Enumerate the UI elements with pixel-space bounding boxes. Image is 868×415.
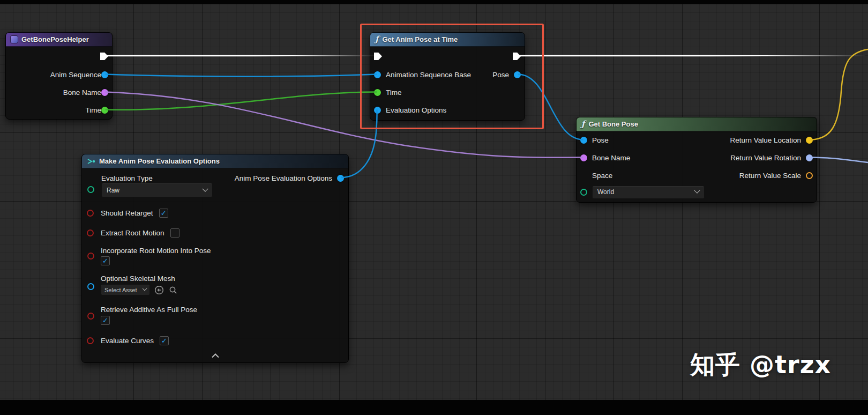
pin-row: Space Return Value Scale [577, 167, 817, 184]
pin-label: Incorporate Root Motion Into Pose [101, 247, 211, 255]
pin-anim-pose-evaluation-options-out[interactable] [337, 175, 344, 182]
letterbox-top [0, 0, 868, 4]
pin-label: Time [386, 88, 402, 97]
node-title: Get Bone Pose [588, 120, 638, 128]
node-getboneposehelper[interactable]: GetBonePoseHelper Anim Sequence Bone Nam… [5, 32, 113, 120]
pin-time[interactable] [101, 107, 108, 114]
pin-should-retarget[interactable] [87, 210, 94, 217]
pin-animation-sequence-base[interactable] [374, 71, 381, 78]
pin-label: Anim Sequence [50, 71, 101, 79]
pin-label: Time [86, 106, 102, 114]
pin-row: Bone Name Return Value Rotation [577, 149, 817, 167]
pin-label: Evaluate Curves [101, 337, 154, 345]
pin-incorporate-root-motion[interactable] [87, 253, 94, 260]
pin-row: Extract Root Motion [87, 224, 179, 241]
collapsed-graph-icon [11, 36, 18, 43]
node-header[interactable]: ƒ Get Anim Pose at Time [370, 33, 525, 47]
pin-row: Should Retarget [87, 204, 168, 221]
function-icon: ƒ [375, 35, 378, 43]
pin-row [370, 47, 525, 66]
pin-label: Extract Root Motion [101, 229, 164, 237]
pin-bone-name-in[interactable] [580, 154, 587, 161]
pin-evaluation-options[interactable] [374, 107, 381, 114]
node-header[interactable]: GetBonePoseHelper [6, 33, 112, 47]
exec-out-pin[interactable] [100, 53, 108, 60]
pin-return-value-rotation[interactable] [806, 154, 813, 161]
pin-pose-in[interactable] [580, 137, 587, 144]
evaluate-curves-checkbox[interactable] [160, 336, 169, 345]
node-header[interactable]: ƒ Get Bone Pose [577, 117, 817, 131]
node-get-anim-pose-at-time[interactable]: ƒ Get Anim Pose at Time Animation Sequen… [370, 32, 525, 121]
pin-row [6, 47, 112, 66]
pin-row: Anim Sequence [6, 66, 112, 84]
letterbox-bottom [0, 400, 868, 415]
node-title: Get Anim Pose at Time [382, 35, 458, 43]
pin-pose-out[interactable] [514, 71, 521, 78]
node-make-anim-pose-evaluation-options[interactable]: Make Anim Pose Evaluation Options Evalua… [81, 154, 349, 363]
extract-root-motion-checkbox[interactable] [170, 228, 179, 238]
should-retarget-checkbox[interactable] [159, 209, 168, 218]
pin-label: Retrieve Additive As Full Pose [101, 306, 197, 314]
pin-row: Bone Name [6, 84, 112, 101]
pin-row: Animation Sequence Base Pose [370, 66, 525, 84]
pin-label: Return Value Location [730, 136, 801, 144]
node-header[interactable]: Make Anim Pose Evaluation Options [82, 154, 348, 168]
pin-label: Return Value Scale [739, 172, 801, 180]
make-struct-icon [87, 158, 95, 165]
pin-label: Pose [492, 71, 509, 79]
pin-space[interactable] [580, 189, 587, 196]
pin-evaluation-type[interactable] [87, 186, 94, 193]
node-title: Make Anim Pose Evaluation Options [99, 157, 220, 165]
pin-optional-skeletal-mesh[interactable] [87, 283, 94, 290]
watermark-text: 知乎 @trzx [690, 349, 831, 382]
pin-row: Time [6, 101, 112, 119]
pin-anim-sequence[interactable] [101, 71, 108, 78]
pin-label: Anim Pose Evaluation Options [235, 174, 332, 182]
pin-label: Optional Skeletal Mesh [101, 275, 175, 283]
pin-label: Return Value Rotation [730, 154, 801, 162]
pin-label: Pose [592, 136, 609, 144]
pin-row: World [577, 184, 817, 199]
space-dropdown[interactable]: World [592, 186, 705, 199]
pin-row: Time [370, 84, 525, 101]
asset-picker-row: Select Asset [101, 284, 178, 295]
function-icon: ƒ [581, 120, 585, 128]
pin-bone-name[interactable] [101, 89, 108, 96]
node-get-bone-pose[interactable]: ƒ Get Bone Pose Pose Return Value Locati… [576, 117, 817, 203]
exec-in-pin[interactable] [374, 53, 382, 60]
pin-label: Space [592, 172, 612, 180]
use-selected-asset-icon[interactable] [154, 285, 164, 295]
retrieve-additive-checkbox[interactable] [101, 316, 110, 325]
pin-label: Evaluation Options [386, 106, 446, 114]
collapse-chevron-icon[interactable] [211, 353, 220, 358]
evaluation-type-value: Raw [107, 187, 119, 194]
browse-asset-icon[interactable] [168, 285, 178, 295]
pin-label: Bone Name [63, 88, 101, 97]
pin-extract-root-motion[interactable] [87, 229, 94, 236]
pin-time-in[interactable] [374, 89, 381, 96]
evaluation-type-label: Evaluation Type [101, 174, 153, 182]
pin-label: Animation Sequence Base [386, 71, 471, 79]
pin-row: Evaluate Curves [87, 332, 169, 349]
asset-picker-value: Select Asset [104, 287, 137, 293]
pin-retrieve-additive[interactable] [87, 313, 94, 320]
pin-row: Evaluation Options [370, 101, 525, 119]
evaluation-type-dropdown[interactable]: Raw [101, 183, 213, 197]
pin-return-value-location[interactable] [806, 137, 813, 144]
pin-row: Pose Return Value Location [577, 131, 817, 149]
asset-picker-dropdown[interactable]: Select Asset [101, 284, 150, 295]
node-title: GetBonePoseHelper [21, 35, 89, 43]
pin-evaluate-curves[interactable] [87, 337, 94, 344]
pin-label: Should Retarget [101, 209, 153, 217]
pin-label: Bone Name [592, 154, 630, 162]
exec-out-pin[interactable] [513, 53, 521, 60]
pin-return-value-scale[interactable] [806, 172, 813, 179]
space-dropdown-value: World [597, 188, 614, 196]
blueprint-editor: GetBonePoseHelper Anim Sequence Bone Nam… [0, 0, 868, 415]
incorporate-root-motion-checkbox[interactable] [101, 256, 110, 265]
